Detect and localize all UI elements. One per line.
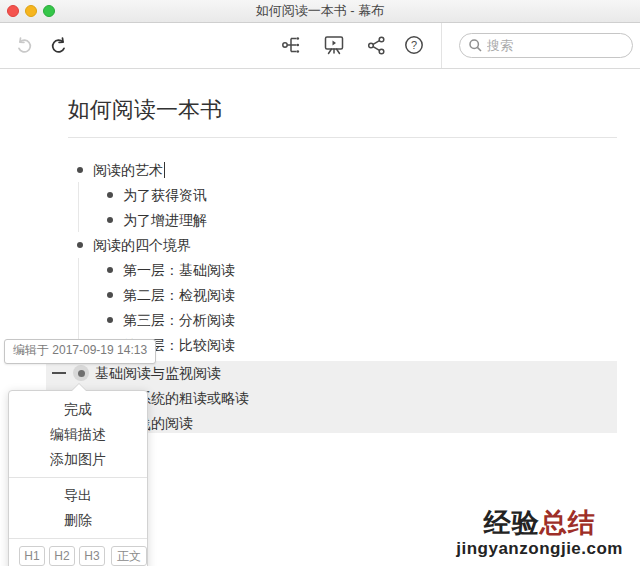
watermark: 经验总结 jingyanzongjie.com: [456, 510, 623, 557]
presentation-icon[interactable]: [321, 32, 347, 58]
svg-text:?: ?: [411, 39, 417, 51]
outline-row[interactable]: 第三层：分析阅读: [0, 308, 640, 332]
bullet-icon[interactable]: [107, 317, 113, 323]
watermark-red: 总结: [540, 508, 596, 538]
menu-separator: [9, 477, 147, 478]
collapse-toggle-icon[interactable]: [52, 372, 66, 374]
outline-text[interactable]: 第一层：基础阅读: [123, 262, 235, 278]
bullet-icon[interactable]: [107, 192, 113, 198]
outline-row[interactable]: 第二层：检视阅读: [0, 283, 640, 307]
outline-row[interactable]: 阅读的艺术: [0, 158, 640, 182]
outline-text[interactable]: 第三层：分析阅读: [123, 312, 235, 328]
share-icon[interactable]: [363, 32, 389, 58]
watermark-title: 经验总结: [456, 510, 623, 537]
format-body-button[interactable]: 正文: [111, 546, 147, 566]
toolbar: ?: [0, 23, 640, 69]
window-title: 如何阅读一本书 - 幕布: [0, 0, 640, 22]
watermark-domain: jingyanzongjie.com: [456, 540, 623, 557]
search-input[interactable]: [459, 33, 633, 58]
title-divider: [68, 137, 617, 138]
outline-row[interactable]: 为了增进理解: [0, 208, 640, 232]
titlebar: 如何阅读一本书 - 幕布: [0, 0, 640, 23]
help-icon[interactable]: ?: [401, 32, 427, 58]
outline-text[interactable]: 为了获得资讯: [123, 187, 207, 203]
edited-tooltip: 编辑于 2017-09-19 14:13: [4, 339, 156, 364]
bullet-icon[interactable]: [77, 167, 83, 173]
selected-bullet-icon[interactable]: [73, 365, 89, 381]
menu-separator: [9, 538, 147, 539]
outline-text[interactable]: 阅读的艺术: [93, 162, 163, 178]
outline-row[interactable]: 基础阅读与监视阅读: [0, 361, 640, 385]
format-h3-button[interactable]: H3: [79, 546, 105, 566]
mindmap-icon[interactable]: [279, 32, 305, 58]
toolbar-divider: [441, 23, 442, 68]
menu-item-add-image[interactable]: 添加图片: [9, 447, 147, 472]
format-button-row: H1 H2 H3 正文: [9, 546, 147, 566]
document-title[interactable]: 如何阅读一本书: [68, 95, 222, 125]
outline-text[interactable]: 第二层：检视阅读: [123, 287, 235, 303]
menu-item-export[interactable]: 导出: [9, 483, 147, 508]
menu-item-edit-description[interactable]: 编辑描述: [9, 422, 147, 447]
outline-row[interactable]: 为了获得资讯: [0, 183, 640, 207]
bullet-icon[interactable]: [107, 292, 113, 298]
bullet-icon[interactable]: [107, 217, 113, 223]
menu-item-complete[interactable]: 完成: [9, 397, 147, 422]
redo-icon[interactable]: [45, 32, 71, 58]
bullet-icon[interactable]: [107, 267, 113, 273]
undo-icon[interactable]: [11, 32, 37, 58]
outline-row[interactable]: 第一层：基础阅读: [0, 258, 640, 282]
outline-row[interactable]: 阅读的四个境界: [0, 233, 640, 257]
search-box[interactable]: [459, 33, 633, 58]
context-menu: 完成 编辑描述 添加图片 导出 删除 H1 H2 H3 正文: [8, 390, 148, 566]
outline-text[interactable]: 基础阅读与监视阅读: [95, 365, 221, 381]
watermark-dark: 经验: [484, 508, 540, 538]
text-caret: [164, 162, 165, 178]
outline-text[interactable]: 为了增进理解: [123, 212, 207, 228]
bullet-icon[interactable]: [77, 242, 83, 248]
format-h1-button[interactable]: H1: [19, 546, 45, 566]
format-h2-button[interactable]: H2: [49, 546, 75, 566]
app-window: 如何阅读一本书 - 幕布: [0, 0, 640, 566]
outline-text[interactable]: 阅读的四个境界: [93, 237, 191, 253]
menu-item-delete[interactable]: 删除: [9, 508, 147, 533]
